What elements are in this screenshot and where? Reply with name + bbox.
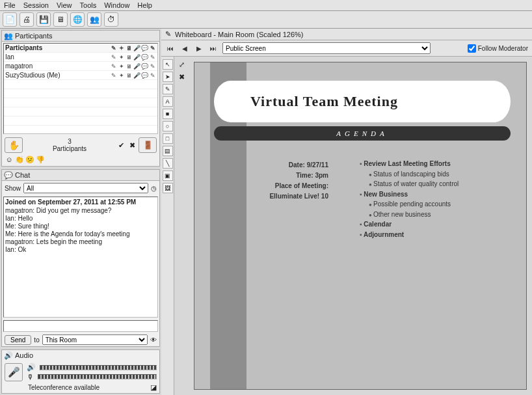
chat-room-select[interactable]: This Room xyxy=(42,334,148,345)
perm-icon: ✎ xyxy=(149,44,156,51)
mic-icon: 🎙 xyxy=(27,373,34,381)
text-tool[interactable]: A xyxy=(163,96,173,107)
first-slide-button[interactable]: ⏮ xyxy=(165,43,176,53)
pencil-icon: ✎ xyxy=(165,30,171,38)
slide-meta: Date: 9/27/11 Time: 3pm Place of Meeting… xyxy=(257,160,328,202)
talk-button[interactable]: 🎤 xyxy=(5,363,23,381)
filled-rect-tool[interactable]: ■ xyxy=(163,109,173,119)
chat-send-button[interactable]: Send xyxy=(5,335,31,345)
participants-count: 3 xyxy=(23,138,116,145)
whiteboard-side-controls: ⤢ ✖ xyxy=(174,57,189,395)
chat-input[interactable] xyxy=(3,320,158,332)
next-slide-button[interactable]: ▶ xyxy=(194,43,204,53)
emoticon-applause-icon[interactable]: 👏 xyxy=(15,155,24,164)
perm-icon: 🖥 xyxy=(126,44,133,51)
check-icon[interactable]: ✔ xyxy=(116,141,126,150)
menu-session[interactable]: Session xyxy=(23,1,49,9)
perm-icon: 💬 xyxy=(141,44,148,51)
participants-header: 👥 Participants xyxy=(2,31,159,42)
perm-icon: 🎤 xyxy=(133,44,140,51)
chat-line: Ian: Hello xyxy=(5,215,156,222)
whiteboard-toolbox: ↖ ➤ ✎ A ■ ○ □ ▤ ╲ ▣ 🖼 xyxy=(161,57,174,395)
pointer-tool[interactable]: ➤ xyxy=(163,72,173,82)
participants-icon: 👥 xyxy=(5,32,12,40)
ellipse-tool[interactable]: ○ xyxy=(163,121,173,131)
audio-title: Audio xyxy=(15,351,33,359)
slide-agenda-list: Review Last Meeting Efforts Status of la… xyxy=(360,159,459,239)
screen-select[interactable]: Public Screen xyxy=(222,42,431,54)
close-icon[interactable]: ✖ xyxy=(179,73,185,81)
explore-icon[interactable]: ⤢ xyxy=(179,61,185,69)
x-icon[interactable]: ✖ xyxy=(127,141,137,150)
follow-moderator-checkbox[interactable] xyxy=(468,44,476,53)
menu-file[interactable]: File xyxy=(4,1,16,9)
chat-line: Me: Here is the Agenda for today's meeti… xyxy=(5,230,156,238)
toolbar-btn-5[interactable]: 🌐 xyxy=(70,12,85,27)
chat-show-label: Show xyxy=(5,185,21,192)
chat-line: magatron: Lets begin the meeting xyxy=(5,238,156,245)
participant-name[interactable]: SuzyStudious (Me) xyxy=(5,72,110,79)
select-tool[interactable]: ↖ xyxy=(163,59,173,70)
emoticon-smile-icon[interactable]: ☺ xyxy=(5,155,14,164)
slide-agenda-bar: AGENDA xyxy=(214,126,511,141)
whiteboard-title: Whiteboard - Main Room (Scaled 126%) xyxy=(175,31,303,38)
menu-tools[interactable]: Tools xyxy=(80,1,97,9)
whiteboard-canvas[interactable]: Virtual Team Meeting AGENDA Date: 9/27/1… xyxy=(194,62,527,390)
audio-expand-icon[interactable]: ◪ xyxy=(150,383,157,392)
toolbar-btn-1[interactable]: 📄 xyxy=(3,12,17,27)
emoticon-confused-icon[interactable]: 😕 xyxy=(25,155,34,164)
chat-title: Chat xyxy=(15,171,30,179)
chat-header: 💬 Chat xyxy=(2,170,159,181)
main-toolbar: 📄 🖨 💾 🖥 🌐 👥 ⏱ xyxy=(0,11,532,29)
speaker-volume-slider[interactable] xyxy=(40,365,157,370)
chat-joined-line: Joined on September 27, 2011 at 12:55 PM xyxy=(5,198,156,206)
toolbar-btn-7[interactable]: ⏱ xyxy=(104,12,118,27)
perm-icon: ✦ xyxy=(118,44,125,51)
whiteboard-header: ✎ Whiteboard - Main Room (Scaled 126%) xyxy=(161,29,532,40)
emoticon-disapprove-icon[interactable]: 👎 xyxy=(36,155,45,164)
participants-list[interactable]: Participants ✎ ✦ 🖥 🎤 💬 ✎ Ian ✎✦🖥🎤💬✎ xyxy=(3,43,158,134)
chat-line: Me: Sure thing! xyxy=(5,223,156,230)
raise-hand-button[interactable]: ✋ xyxy=(5,137,23,153)
rect-tool[interactable]: □ xyxy=(163,133,173,144)
chat-panel: 💬 Chat Show All ◷ Joined on September 27… xyxy=(1,169,160,347)
audio-icon: 🔊 xyxy=(5,351,12,359)
participants-col-header: Participants xyxy=(5,44,110,51)
participants-title: Participants xyxy=(15,32,52,40)
slide-title: Virtual Team Meeting xyxy=(250,93,398,110)
slide-title-pill: Virtual Team Meeting xyxy=(214,81,511,122)
participant-name[interactable]: magatron xyxy=(5,62,110,70)
toolbar-btn-6[interactable]: 👥 xyxy=(87,12,101,27)
toolbar-btn-4[interactable]: 🖥 xyxy=(53,12,68,27)
menubar: File Session View Tools Window Help xyxy=(0,0,532,11)
last-slide-button[interactable]: ⏭ xyxy=(208,43,219,53)
chat-line: magatron: Did you get my message? xyxy=(5,207,156,214)
chat-show-select[interactable]: All xyxy=(23,183,148,193)
menu-window[interactable]: Window xyxy=(104,1,129,9)
speaker-icon: 🔊 xyxy=(27,363,36,372)
eye-icon[interactable]: 👁 xyxy=(150,336,157,344)
line-tool[interactable]: ╲ xyxy=(163,158,173,169)
clock-icon[interactable]: ◷ xyxy=(151,185,157,192)
participants-count-label: Participants xyxy=(23,145,116,152)
toolbar-btn-3[interactable]: 💾 xyxy=(36,12,51,27)
screenshot-tool[interactable]: ▣ xyxy=(163,170,173,181)
participant-name[interactable]: Ian xyxy=(5,53,110,61)
clipart-tool[interactable]: 🖼 xyxy=(163,183,173,193)
chat-log[interactable]: Joined on September 27, 2011 at 12:55 PM… xyxy=(3,197,158,318)
chat-to-label: to xyxy=(34,336,39,344)
whiteboard-nav: ⏮ ◀ ▶ ⏭ Public Screen Follow Moderator xyxy=(161,40,532,57)
menu-view[interactable]: View xyxy=(57,1,72,9)
chat-line: Ian: Ok xyxy=(5,246,156,253)
pen-tool[interactable]: ✎ xyxy=(163,84,173,94)
audio-status: Teleconference available xyxy=(5,384,100,391)
step-away-button[interactable]: 🚪 xyxy=(139,137,157,153)
participants-panel: 👥 Participants Participants ✎ ✦ 🖥 🎤 💬 ✎ xyxy=(1,30,160,167)
follow-moderator-label: Follow Moderator xyxy=(478,45,528,52)
perm-icon: ✎ xyxy=(110,44,117,51)
toolbar-btn-2[interactable]: 🖨 xyxy=(20,12,34,27)
menu-help[interactable]: Help xyxy=(137,1,152,9)
prev-slide-button[interactable]: ◀ xyxy=(180,43,190,53)
mic-volume-slider[interactable] xyxy=(38,374,157,379)
highlighter-tool[interactable]: ▤ xyxy=(163,146,173,156)
